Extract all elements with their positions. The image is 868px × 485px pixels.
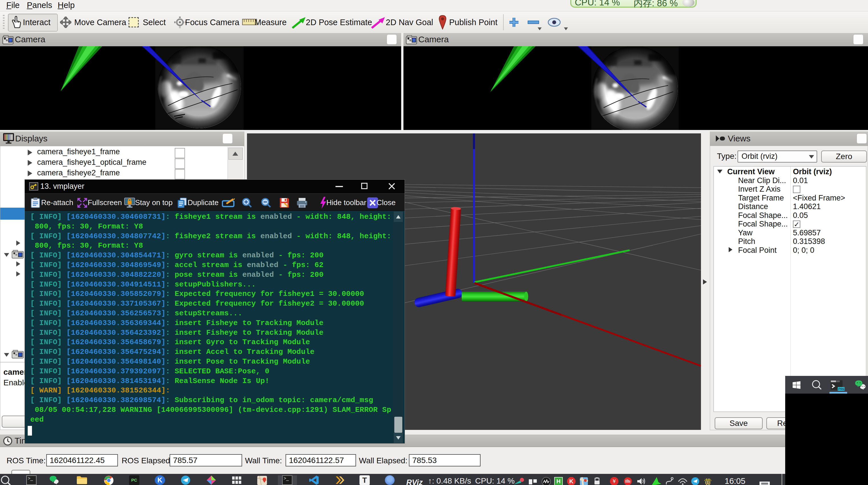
svg-text:PRE: PRE xyxy=(838,387,845,391)
